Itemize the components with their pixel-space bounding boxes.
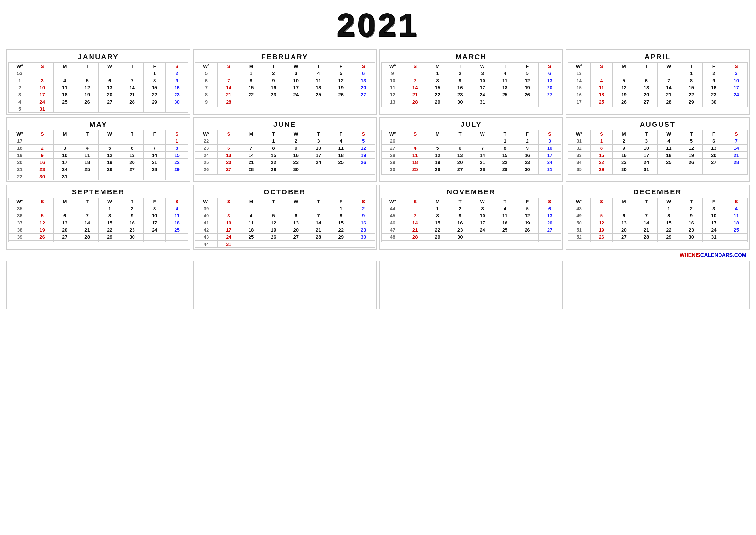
day-header: T xyxy=(635,63,658,70)
day-cell xyxy=(658,173,680,175)
month-block-july: JULYW°SMTWTFS261232745678910281112131415… xyxy=(379,117,563,182)
day-cell: 19 xyxy=(76,91,98,98)
day-cell: 12 xyxy=(330,77,352,84)
week-header: W° xyxy=(195,198,217,205)
day-cell: 20 xyxy=(538,84,561,91)
day-cell: 14 xyxy=(404,84,426,91)
day-cell: 22 xyxy=(240,91,262,98)
day-cell: 26 xyxy=(31,234,53,241)
day-cell xyxy=(352,166,375,173)
day-cell xyxy=(98,137,121,145)
day-cell xyxy=(725,241,747,242)
day-cell: 28 xyxy=(218,98,240,105)
day-cell: 13 xyxy=(53,219,76,226)
day-header: S xyxy=(725,198,747,205)
day-cell: 6 xyxy=(613,212,635,219)
day-header: F xyxy=(703,198,725,205)
day-cell: 25 xyxy=(494,91,516,98)
day-cell xyxy=(613,70,635,77)
week-number: 29 xyxy=(381,159,404,166)
day-cell: 23 xyxy=(166,91,188,98)
day-cell: 29 xyxy=(590,166,612,173)
day-cell: 14 xyxy=(121,84,143,91)
day-cell xyxy=(53,137,76,145)
day-cell: 2 xyxy=(613,137,635,145)
table-row: W°SMTWTFS xyxy=(381,198,561,205)
day-cell: 5 xyxy=(680,137,702,145)
day-header: F xyxy=(703,130,725,137)
day-cell xyxy=(218,70,240,77)
day-cell: 10 xyxy=(218,219,240,226)
day-cell: 23 xyxy=(516,159,538,166)
table-row: 4217181920212223 xyxy=(195,226,375,234)
table-row xyxy=(568,241,747,242)
day-cell: 25 xyxy=(53,98,76,105)
day-cell: 2 xyxy=(352,205,375,212)
day-cell: 12 xyxy=(31,219,53,226)
day-cell: 8 xyxy=(426,212,448,219)
week-header: W° xyxy=(568,198,590,205)
table-row: 1114151617181920 xyxy=(381,84,561,91)
table-row: 714151617181920 xyxy=(195,84,375,91)
day-cell: 29 xyxy=(166,166,188,173)
day-cell: 27 xyxy=(538,91,561,98)
table-row: 52262728293031 xyxy=(568,234,747,241)
day-cell: 31 xyxy=(538,166,561,173)
month-block-april: APRILW°SMTWTFS13123144567891015111213141… xyxy=(566,49,749,115)
day-cell: 16 xyxy=(31,159,53,166)
table-row: 13456789 xyxy=(9,77,188,84)
day-cell: 22 xyxy=(426,226,448,234)
day-cell: 24 xyxy=(538,159,561,166)
day-cell: 30 xyxy=(703,98,725,105)
day-cell: 3 xyxy=(143,205,166,212)
day-cell: 14 xyxy=(658,84,680,91)
day-header: S xyxy=(404,198,426,205)
day-header: M xyxy=(240,130,262,137)
day-cell xyxy=(703,166,725,173)
day-cell: 13 xyxy=(635,84,658,91)
day-cell xyxy=(404,173,426,175)
day-cell xyxy=(31,137,53,145)
day-cell xyxy=(658,241,680,242)
week-number: 53 xyxy=(9,70,31,77)
day-cell: 1 xyxy=(143,70,166,77)
day-cell xyxy=(166,105,188,113)
day-cell: 13 xyxy=(703,145,725,152)
day-cell: 18 xyxy=(725,219,747,226)
day-cell: 4 xyxy=(494,70,516,77)
day-cell xyxy=(240,173,262,175)
day-cell xyxy=(538,234,561,241)
day-cell: 6 xyxy=(285,212,307,219)
day-cell: 22 xyxy=(590,159,612,166)
table-row: 1618192021222324 xyxy=(568,91,747,98)
day-cell: 9 xyxy=(613,145,635,152)
day-cell xyxy=(285,205,307,212)
week-number: 46 xyxy=(381,219,404,226)
day-cell: 28 xyxy=(725,159,747,166)
day-cell: 14 xyxy=(76,219,98,226)
day-cell: 25 xyxy=(166,226,188,234)
day-cell xyxy=(404,241,426,242)
week-number xyxy=(381,173,404,175)
day-cell xyxy=(308,166,330,173)
month-title-september: SEPTEMBER xyxy=(9,187,188,198)
day-cell: 25 xyxy=(240,234,262,241)
day-cell: 28 xyxy=(404,234,426,241)
week-number: 28 xyxy=(381,152,404,159)
day-cell: 22 xyxy=(494,159,516,166)
day-cell: 17 xyxy=(703,219,725,226)
day-cell: 12 xyxy=(76,84,98,91)
day-cell: 5 xyxy=(426,145,448,152)
month-title-january: JANUARY xyxy=(9,51,188,62)
week-number: 17 xyxy=(9,137,31,145)
month-title-october: OCTOBER xyxy=(195,187,375,198)
day-cell xyxy=(471,137,494,145)
day-cell xyxy=(352,105,375,107)
day-cell: 6 xyxy=(98,77,121,84)
day-cell: 3 xyxy=(308,137,330,145)
day-cell: 4 xyxy=(166,205,188,212)
day-cell: 24 xyxy=(703,226,725,234)
day-cell: 21 xyxy=(240,159,262,166)
day-header: W xyxy=(285,63,307,70)
day-cell xyxy=(166,173,188,180)
